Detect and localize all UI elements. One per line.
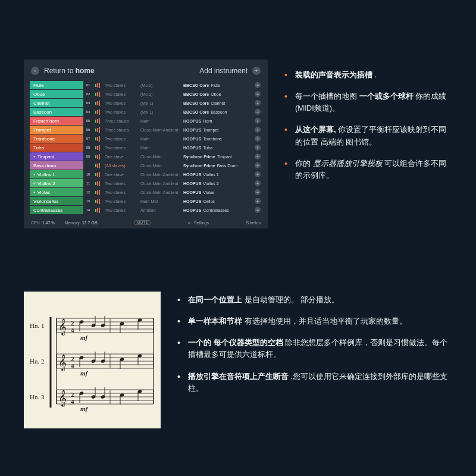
level-bars-icon [93, 161, 102, 170]
channel-number: 09 [83, 152, 93, 161]
library-label: BBCSO CoreFlute [182, 81, 253, 89]
plus-icon: + [255, 100, 261, 106]
return-home-button[interactable]: ‹ Return to home [31, 67, 95, 75]
library-label: BBCSO CoreClarinet [182, 99, 253, 107]
svg-text:mf: mf [80, 369, 89, 377]
row-add-button[interactable]: + [253, 99, 262, 107]
mix-label: Main [139, 117, 182, 125]
staves-label: Three staves [102, 117, 139, 125]
level-bars-icon [93, 108, 102, 116]
library-label: HOOPUSViolins 2 [182, 179, 253, 187]
library-label: HOOPUSViolins 1 [182, 170, 253, 178]
bullet-item: 播放引擎在音符项上产生断音 .您可以使用它来确定连接到外部库的是哪些支柱。 [177, 371, 452, 394]
staves-label: (All staves) [102, 161, 139, 170]
library-label: HOOPUSTuba [182, 143, 253, 152]
cpu-label: CPU: [31, 221, 41, 225]
level-bars-icon [93, 152, 102, 161]
channel-number: 01 [83, 81, 93, 89]
row-add-button[interactable]: + [253, 197, 262, 205]
bullet-item: 每一个插槽的地图 一个或多个球杆 你的成绩 (MIDI频道)。 [284, 90, 452, 114]
row-add-button[interactable]: + [253, 108, 262, 116]
row-add-button[interactable]: + [253, 143, 262, 152]
level-bars-icon [93, 90, 102, 98]
channel-number: 11 [83, 179, 93, 187]
level-bars-icon [93, 117, 102, 125]
mix-label: Close-Main [139, 161, 182, 170]
row-add-button[interactable]: + [253, 81, 262, 89]
plus-icon: + [255, 145, 261, 151]
mix-label: Close-Main-Ambient [139, 170, 182, 178]
library-label: BBCSO CoreBassoon [182, 108, 253, 116]
row-add-button[interactable]: + [253, 117, 262, 125]
level-bars-icon [93, 197, 102, 205]
mix-label: Main [139, 143, 182, 152]
plus-icon: + [255, 127, 261, 133]
mix-label: Close-Main-Ambient [139, 126, 182, 134]
mix-label: Close-Main [139, 152, 182, 161]
bullet-item: 装载的声音表示为插槽 . [284, 69, 452, 81]
level-bars-icon [93, 170, 102, 178]
row-add-button[interactable]: + [253, 152, 262, 161]
instrument-name: Contrabasses [30, 206, 83, 214]
row-add-button[interactable]: + [253, 188, 262, 196]
instrument-row[interactable]: ● Violins 211Two stavesClose-Main-Ambien… [30, 179, 262, 187]
plus-icon: + [255, 180, 261, 186]
instrument-row[interactable]: French horn05Three stavesMainHOOPUSHorn+ [30, 117, 262, 125]
channel-number: 02 [83, 90, 93, 98]
channel-number: 13 [83, 197, 93, 205]
row-add-button[interactable]: + [253, 170, 262, 178]
staves-label: Two staves [102, 206, 139, 214]
panel-header: ‹ Return to home Add instrument + [30, 64, 262, 81]
instrument-name: Clarinet [30, 99, 83, 107]
instrument-row[interactable]: ● Timpani09One staveClose-MainSynchron P… [30, 152, 262, 161]
row-add-button[interactable]: + [253, 206, 262, 214]
instrument-row[interactable]: Oboe02Two staves(Mo.1)BBCSO CoreOboe+ [30, 90, 262, 98]
staves-label: Two staves [102, 197, 139, 205]
bullet-item: 一个的 每个仪器类型的空档 除非您想层多个样例库，否则是习惯做法。每个插槽最多可… [177, 337, 452, 361]
mix-label: Main-Mid [139, 197, 182, 205]
plus-icon: + [255, 136, 261, 142]
instrument-row[interactable]: Contrabasses14Two stavesAmbientHOOPUSCon… [30, 206, 262, 214]
level-bars-icon [93, 126, 102, 134]
library-label: HOOPUSTrombone [182, 134, 253, 143]
row-add-button[interactable]: + [253, 126, 262, 134]
level-bars-icon [93, 143, 102, 152]
mute-button[interactable]: MUTE [134, 220, 151, 225]
mem-value: 13.7 GB [82, 221, 98, 225]
staves-label: Two staves [102, 134, 139, 143]
svg-text:4: 4 [71, 362, 74, 369]
instrument-row[interactable]: Bass drum(All staves)Close-MainSynchron … [30, 161, 262, 170]
bullet-item: 你的 显示器播放引擎模板 可以组合许多不同的示例库。 [284, 158, 452, 181]
plus-icon: + [255, 91, 261, 97]
instrument-row[interactable]: Bassoon04Two staves(Mix 1)BBCSO CoreBass… [30, 108, 262, 116]
library-label: HOOPUSContrabasses [182, 206, 253, 214]
instrument-name: French horn [30, 117, 83, 125]
return-home-text: home [76, 67, 95, 75]
svg-text:Hn. 2: Hn. 2 [30, 358, 44, 365]
channel-number [83, 161, 93, 170]
library-label: Synchron PrimeTimpani [182, 152, 253, 161]
instrument-name: Violoncellos [30, 197, 83, 205]
plus-icon: + [255, 154, 261, 159]
settings-button[interactable]: Settings [194, 221, 209, 225]
instrument-row[interactable]: Violoncellos13Two stavesMain-MidHOOPUSCe… [30, 197, 262, 205]
plus-icon: + [255, 109, 261, 115]
instrument-row[interactable]: Flute01Two staves(Mo.1)BBCSO CoreFlute+ [30, 81, 262, 89]
instrument-row[interactable]: Clarinet03Two staves(Mix 1)BBCSO CoreCla… [30, 99, 262, 107]
instrument-row[interactable]: Tuba08Two stavesMainHOOPUSTuba+ [30, 143, 262, 152]
add-instrument-button[interactable]: Add instrument + [199, 67, 261, 75]
library-label: HOOPUSCellos [182, 197, 253, 205]
mix-label: (Mix 1) [139, 99, 182, 107]
row-add-button[interactable]: + [253, 134, 262, 143]
instrument-row[interactable]: ● Violas12Two stavesClose-Main-AmbientHO… [30, 188, 262, 196]
row-add-button[interactable]: + [253, 179, 262, 187]
row-add-button[interactable]: + [253, 90, 262, 98]
svg-text:2: 2 [71, 355, 74, 362]
channel-number: 10 [83, 170, 93, 178]
instrument-row[interactable]: Trombone07Two stavesMainHOOPUSTrombone+ [30, 134, 262, 143]
row-add-button[interactable]: + [253, 161, 262, 170]
instrument-row[interactable]: ● Violins 110One staveClose-Main-Ambient… [30, 170, 262, 178]
svg-text:𝄞: 𝄞 [58, 318, 67, 336]
instrument-row[interactable]: Trumpet06Three stavesClose-Main-AmbientH… [30, 126, 262, 134]
mix-label: (Mo.1) [139, 81, 182, 89]
